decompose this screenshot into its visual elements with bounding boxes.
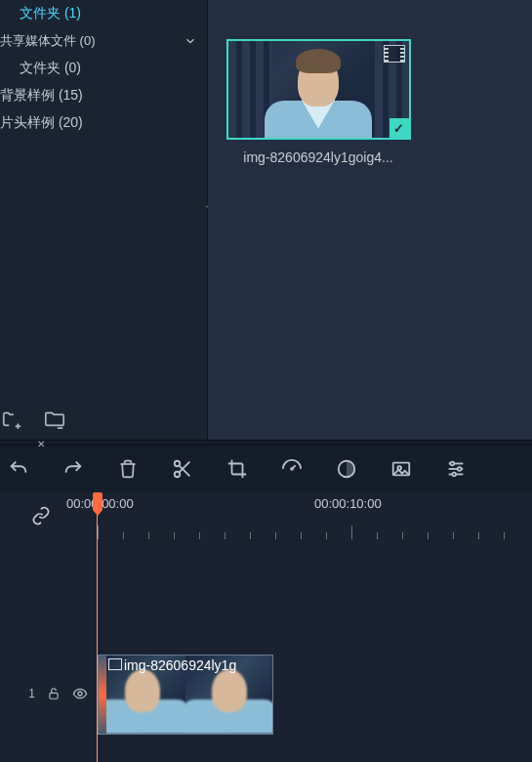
svg-point-15 <box>451 462 455 466</box>
tree-label: 共享媒体文件 (0) <box>0 32 96 50</box>
tree-item-bg-samples[interactable]: 背景样例 (15) <box>0 82 207 109</box>
video-type-icon <box>384 45 405 63</box>
tree-item-intro-samples[interactable]: 片头样例 (20) <box>0 109 207 137</box>
timecode-mark: 00:00:10:00 <box>314 496 382 511</box>
undo-button[interactable] <box>8 458 29 480</box>
delete-button[interactable] <box>117 458 139 480</box>
timeline-ruler[interactable]: 00:00:00:00 00:00:10:00 <box>0 492 532 539</box>
split-button[interactable] <box>172 458 193 480</box>
svg-point-19 <box>78 692 82 696</box>
svg-point-3 <box>175 461 181 467</box>
color-button[interactable] <box>336 458 357 480</box>
green-screen-button[interactable] <box>390 458 412 480</box>
playhead[interactable] <box>97 492 99 762</box>
timeline-clip[interactable]: img-82606924ly1g <box>98 655 273 735</box>
link-toggle-icon[interactable] <box>31 506 51 526</box>
svg-point-8 <box>291 468 293 470</box>
redo-button[interactable] <box>62 458 84 480</box>
selected-checkmark-icon: ✓ <box>389 118 409 138</box>
svg-point-17 <box>452 473 456 477</box>
visibility-icon[interactable] <box>72 686 88 701</box>
timeline-toolbar <box>0 445 532 492</box>
tree-label: 片头样例 (20) <box>0 114 83 132</box>
media-clip-thumbnail[interactable]: ✓ img-82606924ly1goig4... <box>225 39 411 165</box>
ruler-ticks <box>59 524 532 539</box>
tree-item-folder-0[interactable]: 文件夹 (0) <box>0 55 207 82</box>
track-number: 1 <box>28 687 35 700</box>
tree-label: 文件夹 (1) <box>20 5 81 22</box>
delete-folder-button[interactable]: ✕ <box>43 408 66 432</box>
clip-name-label: img-82606924ly1g <box>124 657 236 673</box>
tree-item-folder-1[interactable]: 文件夹 (1) <box>0 0 207 27</box>
svg-point-4 <box>175 472 181 478</box>
clip-preview-image <box>228 41 409 138</box>
media-browser-panel: ✓ img-82606924ly1goig4... <box>208 0 532 440</box>
timeline-panel: 00:00:00:00 00:00:10:00 <box>0 492 532 762</box>
tree-label: 文件夹 (0) <box>20 60 81 77</box>
clip-filename-label: img-82606924ly1goig4... <box>243 149 392 165</box>
media-tree-sidebar: 文件夹 (1) 共享媒体文件 (0) 文件夹 (0) 背景样例 (15) 片头样… <box>0 0 208 440</box>
track-header: 1 <box>0 655 98 733</box>
svg-point-16 <box>458 467 462 471</box>
crop-button[interactable] <box>226 458 248 480</box>
adjust-button[interactable] <box>445 458 467 480</box>
tree-label: 背景样例 (15) <box>0 87 83 105</box>
tree-item-shared-media[interactable]: 共享媒体文件 (0) <box>0 27 207 55</box>
chevron-down-icon[interactable] <box>184 34 197 48</box>
add-folder-button[interactable] <box>0 408 23 432</box>
lock-icon[interactable] <box>47 687 61 700</box>
speed-button[interactable] <box>281 458 303 480</box>
svg-rect-18 <box>50 693 58 698</box>
clip-type-icon <box>108 658 122 670</box>
